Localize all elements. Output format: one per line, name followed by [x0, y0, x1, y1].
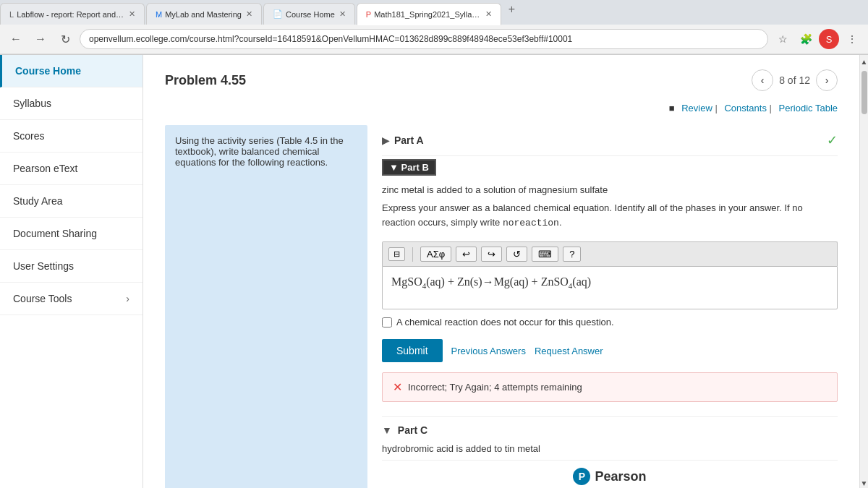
menu-button[interactable]: ⋮: [842, 29, 862, 49]
request-answer-button[interactable]: Request Answer: [535, 346, 603, 356]
sidebar-item-study-area[interactable]: Study Area: [0, 185, 142, 218]
part-c-header[interactable]: ▼ Part C: [382, 416, 838, 443]
no-reaction-checkbox-option: A chemical reaction does not occur for t…: [382, 317, 838, 328]
previous-answers-button[interactable]: Previous Answers: [451, 346, 526, 356]
no-reaction-checkbox[interactable]: [382, 317, 392, 328]
part-c-label: Part C: [398, 424, 427, 436]
sidebar: Course Home Syllabus Scores Pearson eTex…: [0, 55, 143, 488]
tab-math181[interactable]: P Math181_Spring2021_Syllabus.p... ✕: [357, 3, 501, 25]
tab-math181-label: Math181_Spring2021_Syllabus.p...: [374, 10, 481, 19]
symbols-button[interactable]: AΣφ: [420, 247, 451, 262]
no-reaction-label: A chemical reaction does not occur for t…: [396, 317, 614, 328]
error-icon: ✕: [393, 380, 402, 394]
error-message: Incorrect; Try Again; 4 attempts remaini…: [408, 382, 582, 393]
nav-bar: ← → ↻ ☆ 🧩 S ⋮: [0, 25, 868, 54]
problem-nav-controls: ‹ 8 of 12 ›: [752, 69, 838, 91]
sidebar-item-scores[interactable]: Scores: [0, 120, 142, 153]
tab-labflow[interactable]: L Labflow - report: Report and Da... ✕: [0, 3, 145, 25]
pearson-p-icon: P: [573, 468, 590, 485]
pearson-label: Pearson: [595, 469, 646, 484]
tab-close-coursehome[interactable]: ✕: [339, 9, 346, 19]
user-avatar-button[interactable]: S: [819, 29, 839, 49]
tab-mylab-label: MyLab and Mastering: [165, 10, 242, 19]
nav-actions: ☆ 🧩 S ⋮: [773, 29, 862, 49]
scroll-down-button[interactable]: ▼: [860, 476, 868, 488]
sidebar-item-syllabus[interactable]: Syllabus: [0, 87, 142, 120]
refresh-button[interactable]: ↻: [55, 29, 75, 49]
part-a-arrow-icon: ▶: [382, 134, 390, 146]
scroll-up-button[interactable]: ▲: [860, 55, 868, 68]
address-bar[interactable]: [80, 29, 768, 49]
submit-area: Submit Previous Answers Request Answer: [382, 339, 838, 362]
content-area: Problem 4.55 ‹ 8 of 12 › ■ Review | Cons…: [143, 55, 859, 488]
monospace-noreaction: noreaction: [503, 218, 559, 228]
question-prompt: Using the activity series (Table 4.5 in …: [165, 125, 367, 488]
submit-button[interactable]: Submit: [382, 339, 443, 362]
sidebar-item-pearson-etext[interactable]: Pearson eText: [0, 153, 142, 185]
separator2: |: [770, 103, 775, 114]
help-button[interactable]: ?: [563, 247, 581, 262]
next-problem-button[interactable]: ›: [816, 69, 838, 91]
math-formula-display: MgSO4(aq) + Zn(s)→Mg(aq) + ZnSO4(aq): [391, 275, 591, 288]
sidebar-item-course-tools[interactable]: Course Tools ›: [0, 283, 142, 315]
tab-coursehome-label: Course Home: [286, 10, 335, 19]
part-b-section: ▼ Part B zinc metal is added to a soluti…: [382, 159, 838, 402]
part-a-header[interactable]: ▶ Part A ✓: [382, 125, 838, 156]
part-b-question-text: zinc metal is added to a solution of mag…: [382, 184, 838, 195]
pearson-footer: P Pearson: [382, 460, 838, 488]
tab-close-labflow[interactable]: ✕: [129, 9, 135, 19]
part-c-arrow-icon: ▼: [382, 424, 392, 436]
periodic-table-link[interactable]: Periodic Table: [779, 103, 838, 114]
math-input[interactable]: MgSO4(aq) + Zn(s)→Mg(aq) + ZnSO4(aq): [382, 266, 838, 309]
sidebar-item-course-home[interactable]: Course Home: [0, 55, 142, 87]
scroll-thumb[interactable]: [861, 71, 867, 114]
review-bar: ■ Review | Constants | Periodic Table: [165, 103, 838, 114]
browser-chrome: L Labflow - report: Report and Da... ✕ M…: [0, 0, 868, 55]
error-box: ✕ Incorrect; Try Again; 4 attempts remai…: [382, 372, 838, 402]
question-layout: Using the activity series (Table 4.5 in …: [165, 125, 838, 488]
course-tools-arrow-icon: ›: [126, 293, 129, 304]
review-link[interactable]: Review: [681, 103, 712, 114]
part-b-label[interactable]: ▼ Part B: [382, 159, 436, 176]
sidebar-item-document-sharing[interactable]: Document Sharing: [0, 218, 142, 250]
math-toolbar: ⊟ AΣφ ↩ ↪ ↺ ⌨ ?: [382, 241, 838, 266]
review-bar-icon: ■: [669, 103, 675, 114]
back-button[interactable]: ←: [6, 29, 26, 49]
sidebar-item-user-settings[interactable]: User Settings: [0, 250, 142, 283]
tab-close-math181[interactable]: ✕: [485, 9, 492, 19]
pearson-logo: P Pearson: [389, 468, 830, 485]
part-b-label-text: Part B: [401, 162, 429, 173]
problem-title: Problem 4.55: [165, 73, 246, 88]
bookmark-button[interactable]: ☆: [773, 29, 793, 49]
separator1: |: [715, 103, 720, 114]
refresh-input-button[interactable]: ↺: [506, 247, 527, 262]
problem-header: Problem 4.55 ‹ 8 of 12 ›: [165, 69, 838, 91]
undo-button[interactable]: ↩: [456, 247, 477, 262]
part-b-collapse-icon: ▼: [389, 162, 399, 173]
parts-container: ▶ Part A ✓ ▼ Part B zinc metal is added …: [382, 125, 838, 488]
extensions-button[interactable]: 🧩: [796, 29, 816, 49]
tab-close-mylab[interactable]: ✕: [246, 9, 252, 19]
prev-problem-button[interactable]: ‹: [752, 69, 773, 91]
keyboard-button[interactable]: ⌨: [532, 247, 558, 262]
right-scrollbar: ▲ ▼: [859, 55, 868, 488]
tab-bar: L Labflow - report: Report and Da... ✕ M…: [0, 0, 868, 25]
problem-counter: 8 of 12: [779, 74, 810, 86]
matrix-button[interactable]: ⊟: [388, 247, 405, 261]
redo-button[interactable]: ↪: [481, 247, 502, 262]
forward-button[interactable]: →: [30, 29, 51, 49]
new-tab-button[interactable]: +: [503, 3, 521, 25]
tab-coursehome[interactable]: 📄 Course Home ✕: [263, 3, 355, 25]
part-c-question-text: hydrobromic acid is added to tin metal: [382, 443, 838, 454]
constants-link[interactable]: Constants: [724, 103, 767, 114]
tab-mylab[interactable]: M MyLab and Mastering ✕: [146, 3, 262, 25]
part-a-label: Part A: [394, 134, 424, 146]
toolbar-separator: [412, 247, 413, 262]
part-a-check-icon: ✓: [827, 132, 838, 148]
main-layout: Course Home Syllabus Scores Pearson eTex…: [0, 55, 868, 488]
part-b-instruction: Express your answer as a balanced chemic…: [382, 201, 838, 230]
